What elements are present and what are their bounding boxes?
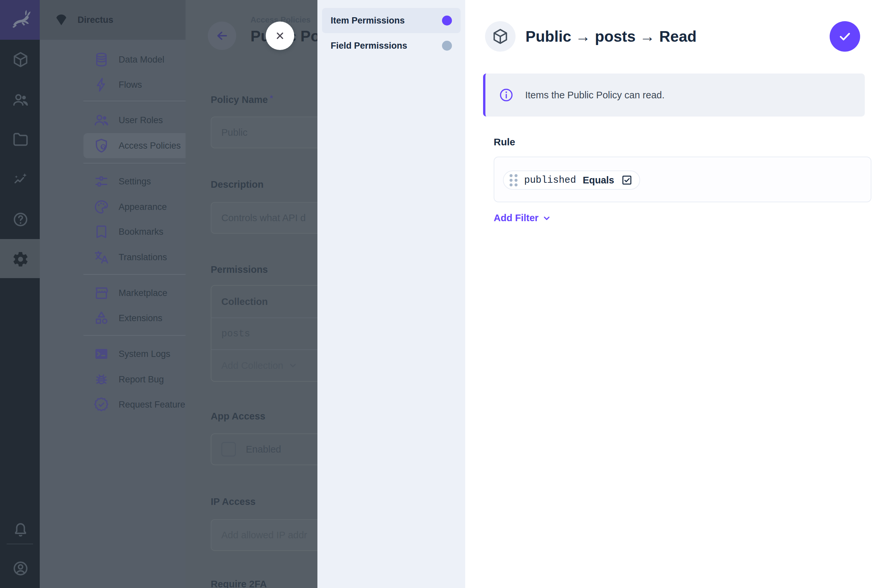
- drawer-avatar: [485, 21, 516, 52]
- inactive-tab-dot: [442, 41, 452, 51]
- close-icon: [274, 30, 286, 42]
- add-filter-button[interactable]: Add Filter: [494, 213, 552, 224]
- close-drawer-button[interactable]: [266, 21, 294, 50]
- info-banner: Items the Public Policy can read.: [483, 74, 865, 117]
- tab-field-permissions[interactable]: Field Permissions: [322, 33, 460, 58]
- filter-chip[interactable]: published Equals: [503, 171, 640, 190]
- drawer-overlay[interactable]: [0, 0, 317, 588]
- drawer-main: Public → posts → Read Items the Public P…: [465, 0, 880, 588]
- rule-filter-box[interactable]: published Equals: [494, 157, 871, 202]
- save-button[interactable]: [830, 21, 860, 52]
- info-banner-text: Items the Public Policy can read.: [525, 90, 665, 100]
- rule-label: Rule: [494, 136, 515, 148]
- chevron-down-icon: [542, 213, 552, 223]
- drawer-header: Public → posts → Read: [485, 21, 860, 52]
- filter-field[interactable]: published: [524, 175, 576, 186]
- drag-handle-icon[interactable]: [510, 174, 517, 186]
- filter-operator[interactable]: Equals: [583, 175, 614, 186]
- checkbox-checked-icon[interactable]: [621, 174, 633, 186]
- drawer-tab-panel: Item Permissions Field Permissions: [317, 0, 465, 588]
- drawer-title: Public → posts → Read: [525, 27, 696, 45]
- active-tab-dot: [442, 15, 452, 26]
- tab-item-permissions[interactable]: Item Permissions: [322, 8, 460, 33]
- app: Directus Data Model Flows: [0, 0, 880, 588]
- info-icon: [499, 87, 514, 103]
- cube-icon: [492, 28, 509, 45]
- check-icon: [838, 29, 852, 44]
